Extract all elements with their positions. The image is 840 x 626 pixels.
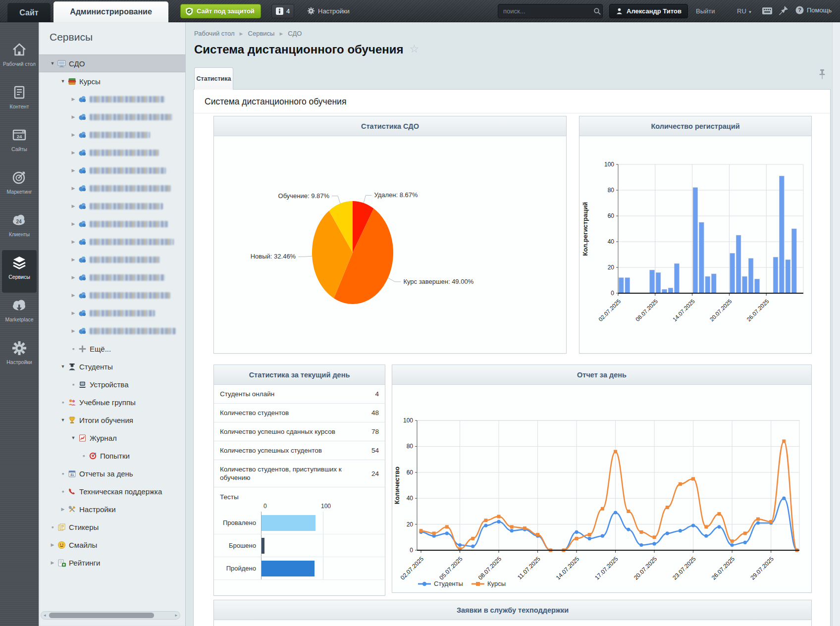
topbar-settings-label: Настройки <box>318 7 350 15</box>
collapse-icon[interactable]: ▼ <box>59 79 67 84</box>
tree-item-masked-course[interactable]: ▶ <box>39 233 185 251</box>
expand-icon[interactable]: ▶ <box>69 150 77 155</box>
tree-item-masked-course[interactable]: ▶ <box>39 144 185 161</box>
bullet-icon[interactable]: ■ <box>59 401 67 404</box>
tree-item-journal[interactable]: ▼Журнал <box>39 429 185 447</box>
hotkeys-icon[interactable] <box>762 6 773 15</box>
expand-icon[interactable]: ▶ <box>69 114 77 119</box>
tree-item-masked-course[interactable]: ▶ <box>39 161 185 179</box>
tree-item-masked-course[interactable]: ▶ <box>39 108 185 126</box>
sidebar-item-content[interactable]: Контент <box>0 80 39 122</box>
sidebar-item-services[interactable]: Сервисы <box>2 250 37 293</box>
expand-icon[interactable]: ▶ <box>69 97 77 102</box>
favorite-star-icon[interactable]: ☆ <box>409 43 419 55</box>
expand-icon[interactable]: ▶ <box>69 328 77 333</box>
topbar-settings-button[interactable]: Настройки <box>307 7 350 15</box>
expand-icon[interactable]: ▶ <box>69 204 77 209</box>
scroll-right-icon[interactable]: ▸ <box>175 613 177 618</box>
language-selector[interactable]: RU ▼ <box>737 7 752 15</box>
svg-text:24: 24 <box>16 219 22 224</box>
expand-icon[interactable]: ▶ <box>69 186 77 191</box>
tree-item-sdo[interactable]: ▼СДО <box>39 54 185 72</box>
tree-item-group[interactable]: ■Учебные группы <box>39 393 185 411</box>
tree-item-masked-course[interactable]: ▶ <box>39 126 185 144</box>
tree-item-phone[interactable]: ■Техническая поддержка <box>39 482 185 500</box>
svg-text:60: 60 <box>407 469 414 476</box>
tree-item-plus[interactable]: ■Ещё... <box>39 340 185 358</box>
sidebar-item-marketplace[interactable]: Marketplace <box>0 293 39 335</box>
bullet-icon[interactable]: ■ <box>49 525 56 529</box>
tree-item-smiley[interactable]: ▶Смайлы <box>39 536 185 554</box>
tree-item-laptop[interactable]: ■Устройства <box>39 375 185 393</box>
breadcrumb-services[interactable]: Сервисы <box>248 30 275 37</box>
tab-statistics[interactable]: Статистика <box>194 67 233 90</box>
tree-item-books[interactable]: ▼Курсы <box>39 72 185 90</box>
tree-item-masked-course[interactable]: ▶ <box>39 286 185 304</box>
sidebar-item-gear[interactable]: Настройки <box>0 335 39 378</box>
tree-horizontal-scrollbar[interactable]: ◂ ▸ <box>41 611 180 620</box>
legend-item[interactable]: Курсы <box>472 580 506 587</box>
expand-icon[interactable]: ▶ <box>69 132 77 137</box>
top-bar: Сайт Администрирование Сайт под защитой … <box>0 0 840 22</box>
tab-site[interactable]: Сайт <box>7 3 51 22</box>
sidebar-item-sites[interactable]: 24Сайты <box>0 122 39 165</box>
tree-item-masked-course[interactable]: ▶ <box>39 304 185 322</box>
sidebar-item-marketing[interactable]: Маркетинг <box>0 165 39 208</box>
tree-item-masked-course[interactable]: ▶ <box>39 268 185 286</box>
sidebar-item-clients[interactable]: 24Клиенты <box>0 208 39 250</box>
bullet-icon[interactable]: ■ <box>80 454 88 458</box>
breadcrumb-desktop[interactable]: Рабочий стол <box>194 30 235 37</box>
tree-item-masked-course[interactable]: ▶ <box>39 215 185 233</box>
sidebar-item-label: Рабочий стол <box>0 61 39 67</box>
tree-item-calendar[interactable]: ■31Отчеты за день <box>39 465 185 482</box>
page-scrollbar[interactable] <box>832 22 840 626</box>
legend-item[interactable]: Студенты <box>418 580 463 587</box>
expand-icon[interactable]: ▶ <box>69 221 77 226</box>
bullet-icon[interactable]: ■ <box>69 347 77 351</box>
search-input[interactable] <box>498 7 593 15</box>
tree-item-ratings[interactable]: ▶Рейтинги <box>39 554 185 572</box>
today-statistics-table: Студенты онлайн4Количество студентов48Ко… <box>214 385 385 580</box>
site-protected-button[interactable]: Сайт под защитой <box>180 4 261 18</box>
notifications-badge[interactable]: 4 <box>271 4 294 18</box>
scroll-left-icon[interactable]: ◂ <box>44 613 46 618</box>
tree-item-target[interactable]: ■Попытки <box>39 447 185 465</box>
expand-icon[interactable]: ▶ <box>69 257 77 262</box>
expand-icon[interactable]: ▶ <box>69 275 77 280</box>
pin-panel-icon[interactable] <box>779 5 788 16</box>
collapse-icon[interactable]: ▼ <box>59 417 67 422</box>
tree-item-masked-course[interactable]: ▶ <box>39 322 185 340</box>
trophy-icon <box>68 416 76 424</box>
help-button[interactable]: ? Помощь <box>795 6 832 14</box>
tree-item-student[interactable]: ▼Студенты <box>39 358 185 375</box>
collapse-icon[interactable]: ▼ <box>69 435 77 440</box>
expand-icon[interactable]: ▶ <box>69 311 77 315</box>
breadcrumb-sdo[interactable]: СДО <box>288 30 302 37</box>
expand-icon[interactable]: ▶ <box>69 168 77 173</box>
tree-item-masked-course[interactable]: ▶ <box>39 197 185 215</box>
user-menu-button[interactable]: Александр Титов <box>609 4 688 18</box>
scrollbar-thumb[interactable] <box>49 613 154 618</box>
collapse-icon[interactable]: ▼ <box>49 61 56 66</box>
tab-administration[interactable]: Администрирование <box>53 1 168 22</box>
bullet-icon[interactable]: ■ <box>59 472 67 475</box>
expand-icon[interactable]: ▶ <box>49 542 56 547</box>
bullet-icon[interactable]: ■ <box>59 490 67 493</box>
expand-icon[interactable]: ▶ <box>69 239 77 244</box>
tree-item-stickers[interactable]: ■Стикеры <box>39 518 185 536</box>
bullet-icon[interactable]: ■ <box>69 383 77 386</box>
search-icon[interactable] <box>593 7 605 15</box>
tree-item-tools[interactable]: ▶Настройки <box>39 500 185 518</box>
expand-icon[interactable]: ▶ <box>69 293 77 298</box>
pushpin-icon[interactable] <box>818 69 826 81</box>
collapse-icon[interactable]: ▼ <box>59 364 67 369</box>
tree-item-masked-course[interactable]: ▶ <box>39 179 185 197</box>
expand-icon[interactable]: ▶ <box>49 560 56 565</box>
sidebar-item-home[interactable]: Рабочий стол <box>0 37 39 80</box>
logout-link[interactable]: Выйти <box>696 7 715 15</box>
tree-item-masked-course[interactable]: ▶ <box>39 90 185 108</box>
tree-item-masked-course[interactable]: ▶ <box>39 251 185 268</box>
tree-item-trophy[interactable]: ▼Итоги обучения <box>39 411 185 429</box>
panel-daily-report: Отчет за день 02040608010002.07.202505.0… <box>392 365 812 593</box>
expand-icon[interactable]: ▶ <box>59 507 67 512</box>
